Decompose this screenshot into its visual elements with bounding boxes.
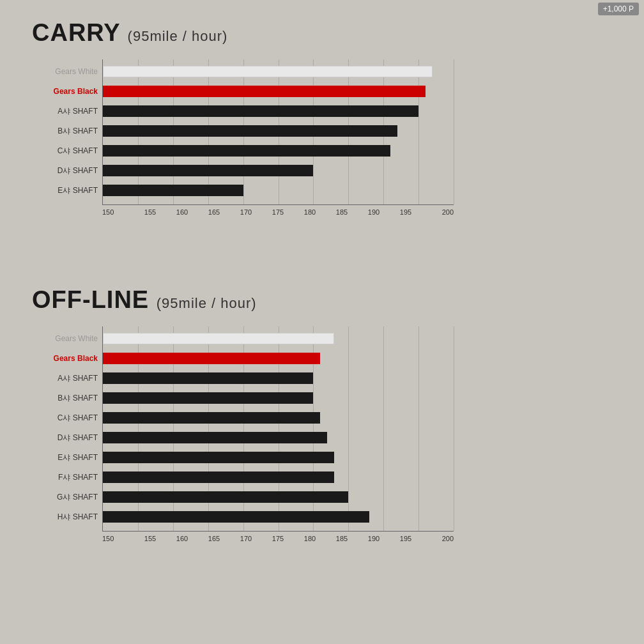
carry-title: CARRY (95mile / hour)	[32, 19, 612, 47]
grid-line	[454, 59, 454, 204]
bar-element	[103, 511, 369, 523]
x-axis-label: 160	[166, 208, 198, 216]
top-badge: +1,000 P	[598, 3, 639, 15]
bar-element	[103, 372, 313, 384]
bar-element	[103, 412, 320, 424]
x-axis-label: 150	[102, 208, 134, 216]
x-axis-label: 170	[230, 208, 262, 216]
bar-element	[103, 432, 327, 443]
bar-row: B샤 SHAFT	[103, 122, 454, 140]
bar-row: Gears Black	[103, 349, 454, 367]
x-axis-label: 200	[422, 535, 454, 542]
bar-row: Gears Black	[103, 82, 454, 100]
bar-label: F샤 SHAFT	[34, 472, 98, 483]
bar-row: E샤 SHAFT	[103, 181, 454, 199]
carry-chart: Gears WhiteGears BlackA샤 SHAFTB샤 SHAFTC샤…	[102, 59, 593, 216]
offline-section: OFF-LINE (95mile / hour) Gears WhiteGear…	[0, 267, 644, 555]
bar-label: D샤 SHAFT	[34, 165, 98, 176]
bar-label: Gears Black	[34, 87, 98, 96]
bar-element	[103, 185, 243, 196]
bar-element	[103, 471, 334, 483]
bar-row: A샤 SHAFT	[103, 369, 454, 387]
bar-label: H샤 SHAFT	[34, 512, 98, 523]
bar-row: F샤 SHAFT	[103, 468, 454, 486]
bar-label: Gears White	[34, 67, 98, 76]
bar-row: D샤 SHAFT	[103, 162, 454, 180]
bar-element	[103, 66, 433, 77]
bar-label: A샤 SHAFT	[34, 106, 98, 117]
bar-label: A샤 SHAFT	[34, 373, 98, 384]
bar-row: Gears White	[103, 63, 454, 80]
bar-element	[103, 125, 397, 137]
x-axis-label: 195	[390, 208, 422, 216]
grid-line	[454, 326, 454, 531]
bar-label: E샤 SHAFT	[34, 452, 98, 463]
bar-label: B샤 SHAFT	[34, 393, 98, 404]
bar-element	[103, 353, 320, 364]
offline-x-labels: 150155160165170175180185190195200	[102, 535, 454, 542]
x-axis-label: 190	[358, 208, 390, 216]
x-axis-label: 185	[326, 208, 358, 216]
offline-chart: Gears WhiteGears BlackA샤 SHAFTB샤 SHAFTC샤…	[102, 326, 593, 542]
x-axis-label: 170	[230, 535, 262, 542]
x-axis-label: 190	[358, 535, 390, 542]
x-axis-label: 200	[422, 208, 454, 216]
bar-label: C샤 SHAFT	[34, 413, 98, 424]
bar-label: E샤 SHAFT	[34, 185, 98, 196]
x-axis-label: 180	[294, 208, 326, 216]
bar-label: G샤 SHAFT	[34, 492, 98, 503]
x-axis-label: 165	[198, 208, 230, 216]
x-axis-label: 195	[390, 535, 422, 542]
carry-chart-area: Gears WhiteGears BlackA샤 SHAFTB샤 SHAFTC샤…	[102, 59, 454, 205]
x-axis-label: 160	[166, 535, 198, 542]
x-axis-label: 185	[326, 535, 358, 542]
bar-element	[103, 491, 348, 503]
bar-element	[103, 333, 334, 344]
x-axis-label: 180	[294, 535, 326, 542]
bar-element	[103, 452, 334, 463]
offline-title: OFF-LINE (95mile / hour)	[32, 286, 612, 314]
x-axis-label: 175	[262, 208, 294, 216]
bar-row: B샤 SHAFT	[103, 389, 454, 407]
bar-row: C샤 SHAFT	[103, 142, 454, 160]
bar-label: C샤 SHAFT	[34, 146, 98, 157]
bar-row: D샤 SHAFT	[103, 429, 454, 447]
bar-element	[103, 86, 425, 97]
bar-element	[103, 392, 313, 404]
carry-x-labels: 150155160165170175180185190195200	[102, 208, 454, 216]
x-axis-label: 150	[102, 535, 134, 542]
x-axis-label: 155	[134, 535, 166, 542]
bar-row: G샤 SHAFT	[103, 488, 454, 506]
bar-label: B샤 SHAFT	[34, 126, 98, 137]
bar-row: Gears White	[103, 330, 454, 348]
bar-element	[103, 105, 418, 117]
bar-label: D샤 SHAFT	[34, 433, 98, 443]
carry-section: CARRY (95mile / hour) Gears WhiteGears B…	[0, 0, 644, 229]
bar-label: Gears Black	[34, 354, 98, 363]
bar-element	[103, 165, 313, 176]
x-axis-label: 155	[134, 208, 166, 216]
offline-chart-area: Gears WhiteGears BlackA샤 SHAFTB샤 SHAFTC샤…	[102, 326, 454, 532]
bar-row: H샤 SHAFT	[103, 508, 454, 526]
bar-element	[103, 145, 390, 157]
x-axis-label: 165	[198, 535, 230, 542]
bar-row: E샤 SHAFT	[103, 448, 454, 466]
bar-label: Gears White	[34, 334, 98, 343]
x-axis-label: 175	[262, 535, 294, 542]
bar-row: A샤 SHAFT	[103, 102, 454, 120]
bar-row: C샤 SHAFT	[103, 409, 454, 427]
